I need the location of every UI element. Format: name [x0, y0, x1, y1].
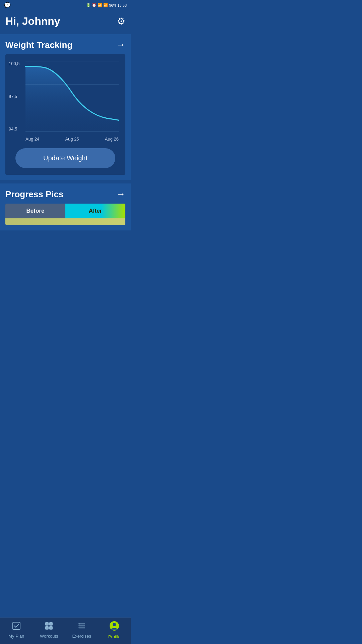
progress-pics-section: Progress Pics → Before After: [0, 183, 131, 230]
progress-pics-title: Progress Pics: [5, 189, 63, 200]
weight-tracking-title: Weight Tracking: [5, 40, 72, 50]
page-title: Hi, Johnny: [5, 15, 60, 28]
x-label-aug24: Aug 24: [25, 137, 39, 142]
grid-line-mid2: [25, 108, 119, 108]
before-after-preview: [5, 218, 125, 225]
before-after-container: Before After: [5, 204, 125, 225]
tab-before[interactable]: Before: [5, 204, 65, 218]
y-axis-labels: 100,5 97,5 94,5: [9, 61, 24, 131]
progress-pics-header: Progress Pics →: [5, 189, 125, 200]
y-label-bot: 94,5: [9, 126, 24, 131]
grid-line-bot: [25, 131, 119, 132]
chart-area: [25, 61, 119, 131]
x-axis-labels: Aug 24 Aug 25 Aug 26: [25, 132, 119, 142]
tab-after[interactable]: After: [65, 204, 125, 218]
status-bar: 💬 🔋 ⏰ 📶 📶 96% 13:53: [0, 0, 131, 10]
alarm-icon: ⏰: [92, 3, 97, 7]
battery-percent: 96%: [109, 3, 116, 7]
progress-pics-arrow[interactable]: →: [116, 189, 125, 200]
chart-inner: 100,5 97,5 94,5: [9, 61, 122, 142]
grid-line-mid1: [25, 84, 119, 85]
weight-line-chart: [25, 61, 119, 131]
x-label-aug25: Aug 25: [65, 137, 79, 142]
time: 13:53: [117, 3, 127, 7]
weight-tracking-section: Weight Tracking → 100,5 97,5 94,5: [0, 34, 131, 180]
battery-icon: 🔋: [86, 3, 91, 7]
weight-tracking-arrow[interactable]: →: [116, 40, 125, 50]
header: Hi, Johnny ⚙: [0, 10, 131, 34]
weight-tracking-header: Weight Tracking →: [5, 40, 125, 50]
signal-icon: 📶: [103, 3, 108, 7]
weight-chart-container: 100,5 97,5 94,5: [5, 54, 125, 175]
settings-icon[interactable]: ⚙: [117, 16, 125, 27]
y-label-mid: 97,5: [9, 94, 24, 99]
update-weight-button[interactable]: Update Weight: [15, 148, 115, 168]
x-label-aug26: Aug 26: [105, 137, 119, 142]
grid-line-top: [25, 61, 119, 61]
status-icons: 🔋 ⏰ 📶 📶 96% 13:53: [86, 3, 127, 7]
whatsapp-icon: 💬: [4, 2, 11, 8]
y-label-top: 100,5: [9, 61, 24, 66]
wifi-icon: 📶: [98, 3, 102, 7]
before-after-tabs: Before After: [5, 204, 125, 218]
